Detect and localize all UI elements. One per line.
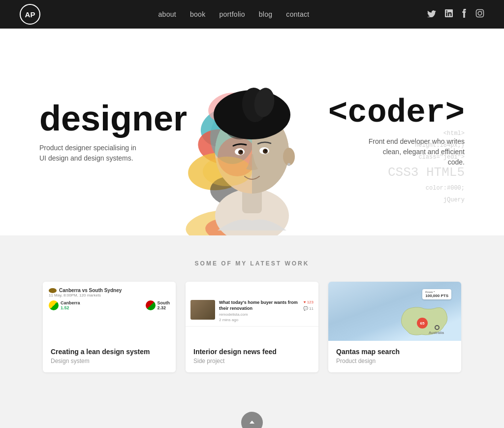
card2-content: Interior design news feed Side project [186,341,318,372]
canberra-logo [49,300,59,310]
scroll-hint [0,402,504,428]
card3-title: Qantas map search [336,348,453,356]
map-background: From * 100,000 PTS 65 Australia [328,282,461,341]
hero-coder-desc: Front end developer who writes clean, el… [366,136,465,167]
svg-point-2 [481,11,482,12]
news-text: What today's home buyer wants from their… [219,300,299,322]
main-nav: about book portfolio blog contact [158,10,310,18]
hero-illustration [168,29,336,235]
card2-subtitle: Side project [193,358,311,364]
section-heading: SOME OF MY LATEST WORK [20,260,484,267]
card1-title: Creating a lean design system [51,348,168,356]
card-qantas[interactable]: From * 100,000 PTS 65 Australia [328,282,461,372]
comment-count: 💬 11 [303,306,314,311]
news-time: 2 mins ago [219,318,299,322]
instagram-icon[interactable] [475,9,484,20]
hero-designer-desc: Product designer specialising in UI desi… [39,143,138,164]
facebook-icon[interactable] [462,9,467,20]
svg-rect-0 [476,10,483,17]
card-design-system[interactable]: Canberra vs South Sydney 11 May, 8:00PM,… [43,282,176,372]
svg-point-18 [203,157,252,186]
card1-content: Creating a lean design system Design sys… [43,341,176,372]
svg-point-1 [478,11,482,15]
nav-book[interactable]: book [190,10,205,18]
hero-section: designer Product designer specialising i… [0,29,504,235]
heart-count: ♥ 123 [304,300,314,304]
news-item: What today's home buyer wants from their… [186,296,318,327]
match-date: 11 May, 8:00PM, 120 markets [49,293,170,297]
svg-point-34 [287,163,290,166]
card1-preview: Canberra vs South Sydney 11 May, 8:00PM,… [43,282,176,341]
map-pin: 65 [417,318,428,329]
svg-point-32 [265,150,267,152]
news-actions: ♥ 123 💬 11 [303,300,314,322]
person-svg [178,38,326,235]
hero-coder-title: <coder> [328,97,465,130]
south-logo [146,300,156,310]
card2-title: Interior design news feed [193,348,311,356]
news-headline: What today's home buyer wants from their… [219,300,299,311]
cards-grid: Canberra vs South Sydney 11 May, 8:00PM,… [31,282,473,372]
map-badge: From * 100,000 PTS [422,289,451,299]
svg-point-33 [283,148,295,165]
twitter-icon[interactable] [427,9,436,19]
card1-subtitle: Design system [51,358,168,364]
logo[interactable]: AP [20,4,40,25]
card2-preview: What today's home buyer wants from their… [186,282,318,341]
team-canberra: Canberra 1.52 [49,300,80,310]
news-source: remodelista.com [219,312,299,317]
australia-label: Australia [429,330,444,335]
hero-left: designer Product designer specialising i… [39,100,187,164]
latest-work-section: SOME OF MY LATEST WORK Canberra vs South… [0,235,504,402]
location-dot [435,325,440,330]
nav-contact[interactable]: contact [286,10,309,18]
card3-preview: From * 100,000 PTS 65 Australia [328,282,461,341]
card3-subtitle: Product design [336,358,453,364]
linkedin-icon[interactable] [445,9,453,19]
team1-score: 1.52 [61,305,80,310]
nav-portfolio[interactable]: portfolio [219,10,245,18]
svg-point-31 [240,151,242,153]
hero-designer-title: designer [39,100,187,136]
site-header: AP about book portfolio blog contact [0,0,504,29]
scroll-button[interactable] [241,412,263,428]
nav-about[interactable]: about [158,10,176,18]
card-news-feed[interactable]: What today's home buyer wants from their… [186,282,318,372]
team1-name: Canberra [61,300,80,305]
team2-name: South [158,300,170,305]
team2-score: 2.32 [158,305,170,310]
match-title: Canberra vs South Sydney [59,288,122,293]
hero-right: <coder> Front end developer who writes c… [328,97,465,167]
team-south: South 2.32 [146,300,170,310]
teams: Canberra 1.52 South 2.32 [49,300,170,310]
nav-blog[interactable]: blog [259,10,273,18]
badge-pts: 100,000 PTS [425,294,448,298]
card3-content: Qantas map search Product design [328,341,461,372]
football-icon [49,288,57,293]
social-icons [427,9,484,20]
news-image [190,300,215,320]
